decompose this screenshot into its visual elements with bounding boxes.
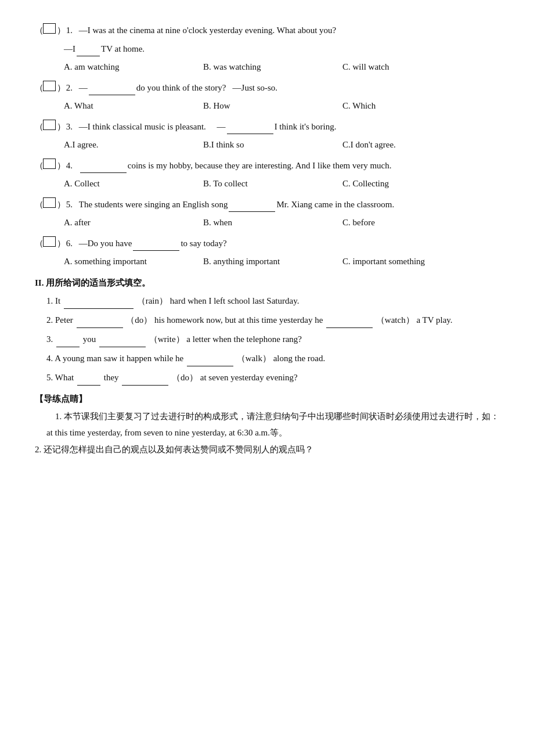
fill-q2-blank1: [77, 327, 123, 328]
q4-text: coins is my hobby, because they are inte…: [79, 159, 499, 174]
q2-option-b: B. How: [203, 99, 319, 114]
section-2-title: II. 用所给词的适当形式填空。: [35, 278, 499, 289]
fill-q2-num: 2. Peter: [46, 315, 75, 325]
fill-q5-they: they: [104, 373, 121, 382]
answer-box-2[interactable]: [43, 81, 56, 91]
fill-q1-hint: （rain）: [137, 296, 168, 305]
q6-option-b: B. anything important: [203, 254, 319, 269]
question-2: （ ） 2. —do you think of the story? —Just…: [35, 81, 499, 114]
fill-q5-rest: at seven yesterday evening?: [200, 373, 298, 382]
question-4: （ ） 4. coins is my hobby, because they a…: [35, 159, 499, 192]
note-item-1: 1. 本节课我们主要复习了过去进行时的构成形式，请注意归纳句子中出现哪些时间状语…: [46, 408, 499, 441]
q6-option-a: A. something important: [64, 254, 180, 269]
fill-q2-hint1: （do）: [126, 315, 152, 325]
fill-q1-rest: hard when I left school last Saturday.: [170, 296, 300, 305]
q5-option-a: A. after: [64, 215, 180, 231]
answer-box-5[interactable]: [43, 197, 56, 208]
q5-option-c: C. before: [342, 215, 459, 231]
q3-option-a: A.I agree.: [64, 138, 180, 153]
question-5: （ ） 5. The students were singing an Engl…: [35, 197, 499, 231]
q5-options: A. after B. when C. before: [64, 215, 499, 231]
q1-option-a: A. am watching: [64, 60, 180, 75]
q4-option-b: B. To collect: [203, 177, 319, 192]
q1-blank: [77, 56, 100, 56]
fill-q2-middle: his homework now, but at this time yeste…: [154, 315, 325, 325]
question-1: （ ） 1. —I was at the cinema at nine o'cl…: [35, 23, 499, 75]
fill-q4-blank: [187, 366, 233, 366]
q2-options: A. What B. How C. Which: [64, 99, 499, 114]
paren-left-6: （: [35, 236, 42, 251]
fill-q2-hint2: （watch）: [376, 315, 414, 325]
q3-number: 3.: [66, 120, 79, 135]
paren-right-6: ）: [57, 236, 64, 251]
q4-option-c: C. Collecting: [342, 177, 459, 192]
q4-blank: [80, 172, 127, 173]
q2-number: 2.: [66, 81, 79, 96]
paren-right-3: ）: [57, 120, 64, 135]
q3-option-c: C.I don't agree.: [342, 138, 459, 153]
q4-options: A. Collect B. To collect C. Collecting: [64, 177, 499, 192]
fill-q3-hint: （write）: [149, 334, 185, 344]
paren-right-5: ）: [57, 197, 64, 213]
fill-q5: 5. What they （do） at seven yesterday eve…: [46, 370, 499, 386]
section-1: （ ） 1. —I was at the cinema at nine o'cl…: [35, 23, 499, 269]
paren-left-4: （: [35, 159, 42, 174]
paren-left-2: （: [35, 81, 42, 96]
answer-box-1[interactable]: [43, 23, 56, 34]
q2-blank: [89, 95, 135, 95]
q3-options: A.I agree. B.I think so C.I don't agree.: [64, 138, 499, 153]
q6-option-c: C. important something: [342, 254, 459, 269]
fill-q2-rest: a TV play.: [416, 315, 452, 325]
question-3: （ ） 3. —I think classical music is pleas…: [35, 120, 499, 153]
paren-right-1: ）: [57, 23, 64, 38]
q1-option-c: C. will watch: [342, 60, 459, 75]
fill-q4-rest: along the road.: [273, 354, 326, 363]
q1-option-b: B. was watching: [203, 60, 319, 75]
fill-q5-num: 5. What: [46, 373, 76, 382]
section-2: II. 用所给词的适当形式填空。 1. It （rain） hard when …: [35, 278, 499, 386]
fill-q4: 4. A young man saw it happen while he （w…: [46, 351, 499, 366]
fill-q1-blank: [64, 308, 134, 309]
fill-q2-blank2: [326, 327, 373, 328]
answer-box-4[interactable]: [43, 159, 56, 169]
fill-q2: 2. Peter （do） his homework now, but at t…: [46, 312, 499, 328]
q4-option-a: A. Collect: [64, 177, 180, 192]
paren-left-1: （: [35, 23, 42, 38]
q4-number: 4.: [66, 159, 79, 174]
q3-text: —I think classical music is pleasant. —I…: [79, 120, 499, 135]
q5-number: 5.: [66, 197, 79, 213]
q3-option-b: B.I think so: [203, 138, 319, 153]
q3-blank: [227, 134, 273, 134]
q2-option-a: A. What: [64, 99, 180, 114]
fill-q5-blank2: [122, 385, 168, 386]
answer-box-3[interactable]: [43, 120, 56, 130]
q2-text: —do you think of the story? —Just so-so.: [79, 81, 499, 96]
notes-title: 【导练点睛】: [35, 394, 499, 405]
fill-q3-num: 3.: [46, 334, 55, 344]
q2-option-c: C. Which: [342, 99, 459, 114]
paren-left-3: （: [35, 120, 42, 135]
paren-right-4: ）: [57, 159, 64, 174]
paren-left-5: （: [35, 197, 42, 213]
q6-text: —Do you haveto say today?: [79, 236, 499, 251]
q5-text: The students were singing an English son…: [79, 197, 499, 213]
fill-q3-blank2: [99, 347, 146, 347]
fill-q5-hint: （do）: [172, 373, 198, 382]
q5-option-b: B. when: [203, 215, 319, 231]
q6-number: 6.: [66, 236, 79, 251]
fill-q4-hint: （walk）: [237, 354, 271, 363]
answer-box-6[interactable]: [43, 236, 56, 247]
fill-q1: 1. It （rain） hard when I left school las…: [46, 293, 499, 309]
fill-q1-num: 1. It: [46, 296, 63, 305]
q1-text: —I was at the cinema at nine o'clock yes…: [79, 23, 499, 38]
q1-number: 1.: [66, 23, 79, 38]
q1-options: A. am watching B. was watching C. will w…: [64, 60, 499, 75]
question-6: （ ） 6. —Do you haveto say today? A. some…: [35, 236, 499, 269]
fill-q3: 3. you （write） a letter when the telepho…: [46, 332, 499, 347]
notes-section: 【导练点睛】 1. 本节课我们主要复习了过去进行时的构成形式，请注意归纳句子中出…: [35, 394, 499, 458]
fill-q4-num: 4. A young man saw it happen while he: [46, 354, 186, 363]
q5-blank: [229, 211, 275, 212]
q6-options: A. something important B. anything impor…: [64, 254, 499, 269]
note-item-2: 2. 还记得怎样提出自己的观点以及如何表达赞同或不赞同别人的观点吗？: [35, 441, 499, 458]
fill-q3-you: you: [83, 334, 98, 344]
